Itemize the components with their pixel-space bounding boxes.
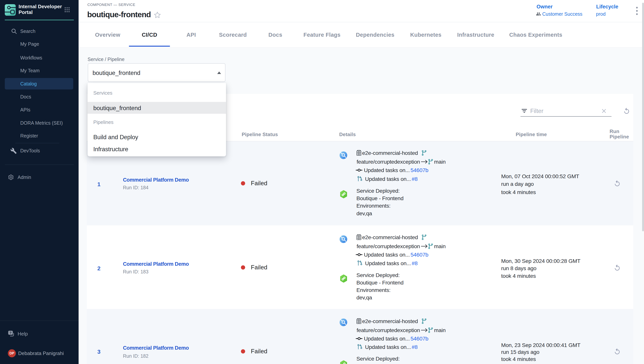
svg-text:?: ? [10, 331, 12, 335]
